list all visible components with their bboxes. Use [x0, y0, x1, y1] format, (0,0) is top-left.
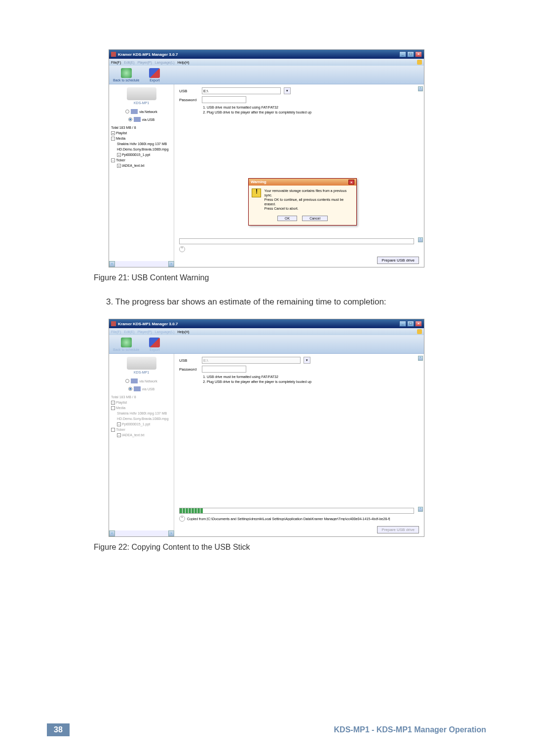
menu-help[interactable]: Help(H): [178, 61, 190, 64]
via-usb-option: via USB: [109, 385, 174, 393]
toolbar: Back to schedule Export: [109, 66, 424, 84]
warning-text: Press Cancel to abort.: [264, 206, 353, 211]
usb-path-input[interactable]: [202, 87, 281, 94]
minimize-button[interactable]: _: [399, 321, 406, 327]
menu-file[interactable]: File(F): [111, 61, 121, 64]
scroll-down-icon[interactable]: ˅: [418, 237, 423, 242]
status-expand-button[interactable]: ˄: [179, 516, 185, 522]
usb-dropdown-button: ▾: [304, 357, 310, 364]
horizontal-scrollbar[interactable]: ‹ ›: [109, 261, 174, 267]
expand-icon: +: [117, 433, 121, 437]
footer-text: KDS-MP1 - KDS-MP1 Manager Operation: [334, 725, 486, 734]
tree-ticker: Ticker: [116, 428, 125, 431]
tree-media[interactable]: Media: [116, 137, 125, 140]
via-usb-option[interactable]: via USB: [109, 115, 174, 123]
screenshot-2: Kramer KDS-MP1 Manager 3.0.7 _ □ × File(…: [109, 319, 424, 537]
prepare-usb-button[interactable]: Prepare USB drive: [377, 257, 419, 264]
figure-21-caption: Figure 21: USB Content Warning: [94, 273, 486, 282]
expand-icon[interactable]: +: [111, 131, 115, 135]
tree-media-item[interactable]: Ppt0000015_1.ppt: [122, 153, 150, 156]
content-tree: Total 183 MB / 8 +Playlist -Media Shakir…: [109, 393, 174, 439]
help-icon[interactable]: [417, 329, 422, 334]
progress-bar: [179, 238, 414, 244]
tree-media-item[interactable]: HD.Demo.Sony.Bravia.1080i.mpg: [111, 147, 172, 152]
scroll-left-icon[interactable]: ‹: [109, 261, 115, 267]
app-icon: [111, 52, 116, 57]
password-label: Password: [179, 98, 199, 102]
tree-media: Media: [116, 406, 125, 410]
scroll-down-icon[interactable]: ˅: [418, 507, 423, 512]
warning-ok-button[interactable]: OK: [277, 216, 297, 221]
status-text: Copied from [C:\Documents and Settings\d…: [187, 517, 414, 521]
collapse-icon[interactable]: -: [111, 137, 115, 141]
radio-icon: [125, 379, 129, 383]
collapse-icon: -: [111, 428, 115, 432]
scroll-up-icon[interactable]: ˄: [418, 86, 423, 91]
left-panel: KDS-MP1 via Network via USB Total 183 MB…: [109, 354, 174, 536]
status-expand-button[interactable]: ˄: [179, 246, 185, 252]
usb-icon: [134, 386, 141, 391]
radio-icon: [128, 387, 132, 391]
vertical-scrollbar[interactable]: ˄ ˅: [418, 356, 423, 512]
via-network-label: via Network: [139, 110, 157, 113]
tree-ticker-item: IADEA_text.txt: [122, 433, 145, 437]
horizontal-scrollbar[interactable]: ‹ ›: [109, 530, 174, 536]
via-network-label: via Network: [139, 379, 157, 383]
tree-media-item[interactable]: Shakira Hdtv 1080I.mpg 137 MB: [111, 141, 172, 147]
page-footer: 38 KDS-MP1 - KDS-MP1 Manager Operation: [47, 723, 486, 736]
menu-bar: File(F) Edit(E) Player(P) Language(L) He…: [109, 59, 424, 66]
device-label: KDS-MP1: [112, 371, 171, 374]
scroll-left-icon[interactable]: ‹: [109, 530, 115, 536]
maximize-button[interactable]: □: [407, 51, 414, 57]
tree-media-item: Ppt0000015_1.ppt: [122, 422, 150, 426]
note-1: USB drive must be formatted using FAT/FA…: [207, 105, 419, 110]
menu-file: File(F): [111, 330, 121, 334]
menu-edit: Edit(E): [124, 61, 134, 64]
usb-icon: [134, 117, 141, 122]
collapse-icon[interactable]: -: [111, 158, 115, 162]
menu-help[interactable]: Help(H): [178, 330, 190, 334]
usb-label: USB: [179, 89, 199, 93]
close-button[interactable]: ×: [415, 51, 422, 57]
password-input[interactable]: [202, 366, 246, 373]
tree-ticker[interactable]: Ticker: [116, 158, 125, 162]
collapse-icon: -: [111, 406, 115, 410]
export-icon: [149, 68, 160, 78]
device-icon: [127, 357, 156, 370]
scroll-right-icon[interactable]: ›: [168, 530, 174, 536]
window-title: Kramer KDS-MP1 Manager 3.0.7: [118, 52, 178, 57]
warning-text: Your removable storage contains files fr…: [264, 189, 353, 197]
close-button[interactable]: ×: [415, 321, 422, 327]
export-icon: [149, 338, 160, 347]
warning-close-button[interactable]: ×: [348, 180, 354, 185]
menu-bar: File(F) Edit(E) Player(P) Language(L) He…: [109, 328, 424, 335]
expand-icon[interactable]: +: [117, 153, 121, 157]
minimize-button[interactable]: _: [399, 51, 406, 57]
scroll-right-icon[interactable]: ›: [168, 261, 174, 267]
vertical-scrollbar[interactable]: ˄ ˅: [418, 86, 423, 242]
content-tree[interactable]: Total 183 MB / 8 +Playlist -Media Shakir…: [109, 123, 174, 170]
tree-ticker-item[interactable]: IADEA_text.txt: [122, 164, 145, 167]
export-button[interactable]: Export: [149, 68, 160, 82]
password-input[interactable]: [202, 96, 246, 103]
back-label: Back to schedule: [113, 78, 139, 82]
scroll-up-icon[interactable]: ˄: [418, 356, 423, 361]
note-2: Plug USB drive to the player after the p…: [207, 110, 419, 115]
back-label: Back to schedule: [113, 348, 139, 351]
menu-player: Player(P): [138, 61, 152, 64]
window-titlebar: Kramer KDS-MP1 Manager 3.0.7 _ □ ×: [109, 319, 424, 328]
help-icon[interactable]: [417, 60, 422, 65]
via-network-option[interactable]: via Network: [109, 108, 174, 115]
radio-icon: [125, 110, 129, 113]
menu-language: Language(L): [155, 61, 175, 64]
tree-playlist[interactable]: Playlist: [116, 131, 127, 135]
expand-icon[interactable]: +: [117, 164, 121, 168]
warning-cancel-button[interactable]: Cancel: [302, 216, 328, 221]
right-panel: USB ▾ Password USB drive must be formatt…: [174, 354, 424, 536]
back-to-schedule-button[interactable]: Back to schedule: [113, 68, 139, 82]
export-label: Export: [150, 348, 159, 351]
export-button: Export: [149, 338, 160, 351]
maximize-button[interactable]: □: [407, 321, 414, 327]
usb-dropdown-button[interactable]: ▾: [284, 87, 291, 94]
usb-notes: USB drive must be formatted using FAT/FA…: [202, 375, 419, 384]
